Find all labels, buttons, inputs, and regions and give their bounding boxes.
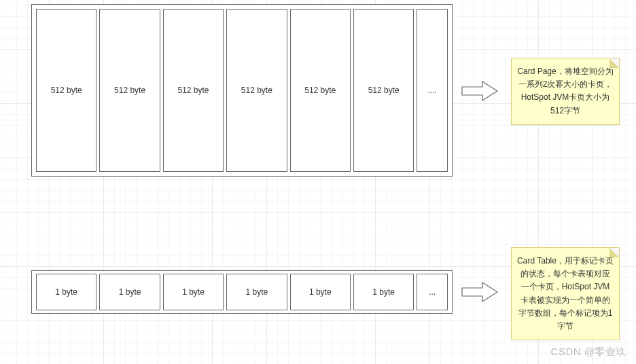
card-table-array: 1 byte 1 byte 1 byte 1 byte 1 byte 1 byt… (31, 270, 453, 314)
card-page-cell: 512 byte (36, 9, 96, 172)
card-page-array: 512 byte 512 byte 512 byte 512 byte 512 … (31, 4, 453, 177)
card-table-cell: 1 byte (99, 274, 160, 310)
card-page-note: Card Page，将堆空间分为一系列2次幂大小的卡页，HotSpot JVM卡… (511, 58, 620, 125)
card-table-cell-more: ... (417, 274, 448, 310)
card-page-cell-more: .... (417, 9, 448, 172)
arrow-right-icon (461, 80, 499, 102)
card-table-note: Card Table，用于标记卡页的状态，每个卡表项对应一个卡页，HotSpot… (511, 247, 620, 340)
card-page-cell: 512 byte (353, 9, 414, 172)
card-table-cell: 1 byte (353, 274, 414, 310)
watermark: CSDN @零壹玖 (551, 346, 626, 359)
card-page-cell: 512 byte (290, 9, 351, 172)
card-page-cell: 512 byte (226, 9, 287, 172)
card-table-cell: 1 byte (290, 274, 351, 310)
card-table-cell: 1 byte (226, 274, 287, 310)
card-page-cell: 512 byte (99, 9, 160, 172)
arrow-right-icon (461, 281, 499, 303)
card-table-cell: 1 byte (163, 274, 224, 310)
card-table-cell: 1 byte (36, 274, 96, 310)
card-page-cell: 512 byte (163, 9, 224, 172)
